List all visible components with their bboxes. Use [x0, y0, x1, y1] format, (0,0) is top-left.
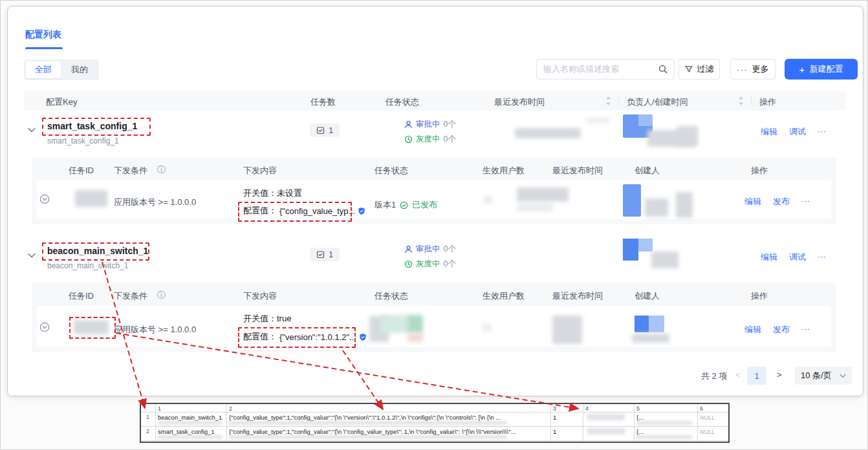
db-cell-col3[interactable]: 1	[553, 428, 579, 435]
db-cell-col5[interactable]: {...	[636, 428, 693, 435]
debug-link[interactable]: 调试	[789, 126, 806, 138]
publish-link[interactable]: 发布	[773, 196, 790, 208]
tab-mine[interactable]: 我的	[62, 61, 97, 78]
task-count-badge: 1	[310, 123, 340, 137]
avatar	[635, 316, 649, 332]
task-count-value: 1	[329, 250, 333, 259]
status-approving-count: 0个	[444, 244, 456, 255]
expand-circle-icon[interactable]	[39, 322, 50, 332]
check-circle-icon	[400, 201, 408, 209]
debug-link[interactable]: 调试	[789, 252, 806, 263]
grid-line	[141, 412, 728, 412]
row-actions: 编辑 调试 ···	[761, 252, 826, 263]
subrow-more-link[interactable]: ···	[801, 324, 810, 336]
grid-line	[155, 404, 156, 442]
person-icon	[404, 120, 413, 129]
switch-value-line: 开关值：true	[243, 313, 291, 325]
db-cell-col5[interactable]: {...	[636, 414, 693, 421]
row-more-link[interactable]: ···	[818, 252, 826, 263]
config-value-line: 配置值：{"config_value_typ...	[243, 205, 365, 217]
subrow-actions: 编辑 发布 ···	[744, 324, 810, 336]
page-title[interactable]: 配置列表	[25, 29, 61, 41]
redacted-block	[552, 316, 582, 344]
db-cell-name[interactable]: beacon_main_switch_1	[158, 414, 225, 421]
redacted-block	[586, 118, 609, 123]
clock-icon	[404, 135, 413, 144]
grid-line	[634, 404, 635, 442]
config-value: {"config_value_typ...	[279, 206, 355, 216]
subcol-condition: 下发条件	[114, 165, 147, 177]
pagination-total: 共 2 项	[701, 370, 727, 382]
create-config-button[interactable]: + 新建配置	[785, 59, 858, 80]
chevron-down-icon	[840, 374, 846, 378]
switch-label: 开关值：	[243, 188, 277, 198]
copy-icon[interactable]	[359, 333, 367, 341]
db-cell-json[interactable]: {"config_value_type":1,"config_value":"{…	[229, 414, 548, 421]
subcol-creator: 创建人	[635, 290, 660, 302]
search-icon[interactable]	[658, 65, 667, 74]
redacted-block	[651, 252, 678, 268]
expand-circle-icon[interactable]	[39, 194, 50, 204]
edit-link[interactable]: 编辑	[761, 252, 777, 263]
config-key-link[interactable]: beacon_main_switch_1	[47, 246, 148, 256]
clipboard-check-icon	[316, 126, 325, 134]
subcol-actions: 操作	[751, 165, 768, 177]
subcol-task-id: 任务ID	[69, 290, 94, 302]
publish-link[interactable]: 发布	[773, 324, 790, 336]
subrow-more-link[interactable]: ···	[801, 196, 810, 208]
redacted-block	[517, 188, 569, 202]
task-count-badge: 1	[310, 248, 340, 261]
info-icon[interactable]: ⓘ	[157, 164, 166, 176]
sort-icon-owner[interactable]	[738, 96, 744, 106]
switch-value: 未设置	[277, 188, 302, 198]
table-header-band	[24, 91, 845, 111]
subcol-status: 任务状态	[374, 165, 408, 177]
config-label: 配置值：	[243, 205, 277, 217]
page-size-value: 10 条/页	[801, 370, 832, 381]
subcol-task-id: 任务ID	[69, 165, 94, 177]
pagination-page-1[interactable]: 1	[747, 367, 766, 385]
edit-link[interactable]: 编辑	[744, 196, 761, 208]
db-cell-col3[interactable]: 1	[553, 414, 579, 421]
chevron-down-icon[interactable]	[28, 127, 36, 133]
db-cell-name[interactable]: smart_task_config_1	[158, 428, 225, 435]
row-more-link[interactable]: ···	[818, 126, 826, 138]
config-label: 配置值：	[243, 331, 277, 343]
db-cell-json[interactable]: {"config_value_type":1,"config_value":"{…	[229, 428, 548, 435]
col-header-config-key: 配置Key	[46, 96, 77, 108]
chevron-down-icon[interactable]	[28, 253, 36, 258]
db-cell-null[interactable]: NULL	[700, 414, 715, 421]
pagination-next-button[interactable]: >	[777, 370, 782, 380]
edit-link[interactable]: 编辑	[761, 126, 777, 138]
subcol-creator: 创建人	[635, 165, 660, 177]
subcol-publish-time: 最近发布时间	[552, 165, 603, 177]
redacted-block	[632, 334, 669, 343]
pagination-prev-button[interactable]: <	[735, 370, 741, 380]
search-input[interactable]: 输入名称或描述搜索	[536, 59, 675, 80]
tab-all[interactable]: 全部	[26, 61, 61, 78]
info-icon[interactable]: ⓘ	[157, 290, 166, 301]
filter-button[interactable]: 过滤	[678, 59, 720, 80]
more-button[interactable]: ··· 更多	[730, 59, 776, 80]
redacted-block	[636, 435, 692, 439]
grid-line	[583, 404, 583, 442]
db-cell-null[interactable]: NULL	[700, 429, 715, 435]
subcol-status: 任务状态	[374, 290, 408, 302]
page-size-select[interactable]: 10 条/页	[795, 367, 852, 385]
config-key-link[interactable]: smart_task_config_1	[47, 121, 137, 131]
db-grid: 1 2 3 4 5 6 1 beacon_main_switch_1 {"con…	[140, 403, 730, 443]
condition-text: 应用版本号 >= 1.0.0.0	[114, 197, 196, 208]
copy-icon[interactable]	[358, 207, 365, 215]
col-header-task-status: 任务状态	[385, 96, 419, 108]
avatar	[623, 184, 641, 217]
status-graying-label: 灰度中	[416, 134, 440, 145]
grid-line	[141, 440, 728, 441]
condition-text: 应用版本号 >= 1.0.0.0	[114, 324, 196, 336]
subcol-condition: 下发条件	[114, 290, 147, 302]
edit-link[interactable]: 编辑	[744, 324, 761, 336]
switch-value: true	[277, 314, 291, 323]
header-divider: |	[618, 96, 620, 105]
status-graying: 灰度中 0个	[404, 134, 456, 145]
sort-icon-publish-time[interactable]	[605, 96, 611, 106]
db-col-header: 1	[158, 405, 161, 412]
